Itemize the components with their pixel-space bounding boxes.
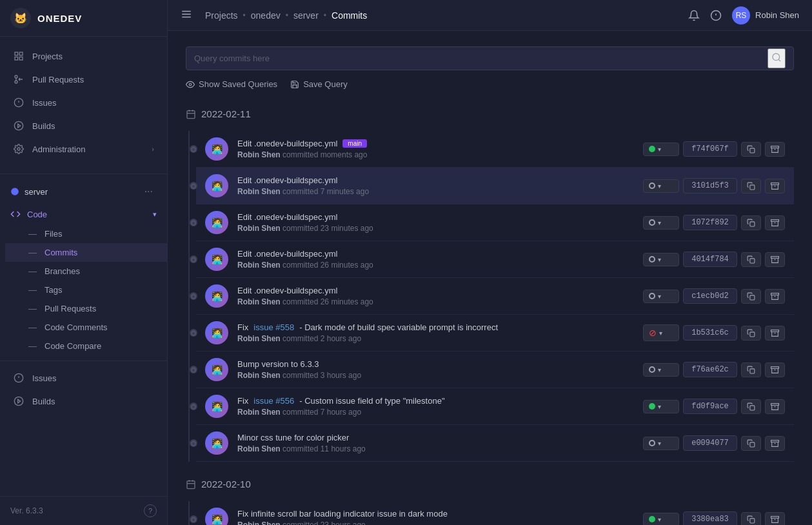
commit-status-button-8[interactable]: ▾ [643, 400, 679, 413]
commit-status-button-2[interactable]: ▾ [643, 179, 679, 193]
commit-status-button-10[interactable]: ▾ [643, 513, 679, 526]
commit-title-text-7[interactable]: Bump version to 6.3.3 [237, 359, 319, 369]
svg-rect-63 [771, 516, 779, 518]
sidebar-item-codecomments[interactable]: — Code Comments [5, 318, 167, 337]
commit-copy-button-10[interactable] [741, 512, 761, 526]
commit-timeline-dot [191, 147, 196, 152]
commit-title-text-10[interactable]: Fix infinite scroll bar loading indicato… [237, 509, 448, 519]
save-query-button[interactable]: Save Query [290, 79, 348, 89]
sidebar-item-tags[interactable]: — Tags [5, 281, 167, 299]
breadcrumb-server[interactable]: server [293, 10, 319, 21]
commit-timeline-dot [191, 404, 196, 410]
breadcrumb-onedev[interactable]: onedev [251, 10, 281, 21]
help-icon[interactable]: ? [144, 504, 157, 517]
commit-archive-button-10[interactable] [765, 512, 785, 526]
svg-rect-55 [750, 442, 755, 446]
commit-actions-1: ▾ f74f067f [643, 141, 785, 157]
commit-title-text-2[interactable]: Edit .onedev-buildspec.yml [237, 175, 337, 185]
commit-avatar-6: 🧑‍💻 [205, 321, 228, 344]
commit-status-button-1[interactable]: ▾ [643, 143, 679, 156]
commit-status-button-3[interactable]: ▾ [643, 216, 679, 230]
commit-copy-button-9[interactable] [741, 436, 761, 451]
commit-title-5: Edit .onedev-buildspec.yml [237, 286, 634, 295]
svg-rect-53 [771, 403, 779, 405]
commit-timeline-dot [191, 517, 196, 522]
user-menu[interactable]: RS Robin Shen [732, 6, 799, 25]
sidebar-item-pullrequests-code[interactable]: — Pull Requests [5, 299, 167, 318]
sidebar-item-issues[interactable]: Issues [0, 91, 167, 114]
search-input[interactable] [194, 47, 767, 70]
sidebar-collapse-button[interactable] [181, 8, 192, 23]
commit-archive-button-6[interactable] [765, 326, 785, 341]
commit-time-2: committed 7 minutes ago [282, 187, 369, 196]
commit-copy-button-5[interactable] [741, 289, 761, 304]
commit-archive-button-5[interactable] [765, 289, 785, 304]
sidebar-item-projects[interactable]: Projects [0, 45, 167, 68]
commit-actions-3: ▾ 1072f892 [643, 215, 785, 230]
alerts-button[interactable] [710, 10, 722, 21]
sidebar-item-codecompare[interactable]: — Code Compare [5, 337, 167, 355]
commit-copy-button-3[interactable] [741, 215, 761, 230]
sidebar-header: 🐱 ONEDEV [0, 0, 167, 37]
commit-status-button-5[interactable]: ▾ [643, 290, 679, 303]
commit-issue-link-8[interactable]: issue #556 [253, 396, 294, 406]
commit-title-text-4[interactable]: Edit .onedev-buildspec.yml [237, 249, 337, 259]
commit-archive-button-1[interactable] [765, 142, 785, 157]
commit-title-text-5[interactable]: Edit .onedev-buildspec.yml [237, 286, 337, 295]
commit-title-text-9[interactable]: Minor css tune for color picker [237, 433, 349, 442]
commit-status-button-7[interactable]: ▾ [643, 363, 679, 377]
sidebar-item-commits[interactable]: — Commits [5, 243, 167, 262]
sidebar-item-builds[interactable]: Builds [0, 114, 167, 137]
commit-title-text-1[interactable]: Edit .onedev-buildspec.yml [237, 139, 337, 148]
sidebar-item-files[interactable]: — Files [5, 224, 167, 243]
commit-status-button-4[interactable]: ▾ [643, 253, 679, 266]
search-button[interactable] [767, 48, 786, 68]
commits-list-2: 🧑‍💻 Fix infinite scroll bar loading indi… [186, 501, 794, 525]
commit-title-text-3[interactable]: Edit .onedev-buildspec.yml [237, 212, 337, 222]
show-saved-queries-button[interactable]: Show Saved Queries [186, 79, 277, 89]
sidebar-item-pullrequests[interactable]: Pull Requests [0, 68, 167, 91]
commit-status-button-6[interactable]: ⊘ ▾ [643, 324, 679, 341]
commit-copy-button-8[interactable] [741, 399, 761, 414]
breadcrumb-projects[interactable]: Projects [205, 10, 238, 21]
commit-avatar-10: 🧑‍💻 [205, 508, 228, 525]
commit-copy-button-4[interactable] [741, 252, 761, 267]
user-avatar: RS [732, 6, 750, 25]
app-title: ONEDEV [37, 13, 82, 24]
sidebar-item-issues-label: Issues [32, 98, 57, 108]
commit-meta-10: Robin Shen committed 23 hours ago [237, 520, 634, 525]
commit-copy-button-1[interactable] [741, 142, 761, 157]
commit-archive-button-3[interactable] [765, 215, 785, 230]
sidebar-more-button[interactable]: ··· [141, 184, 157, 199]
sidebar-item-code[interactable]: Code ▾ [0, 204, 167, 224]
commit-item-8: 🧑‍💻 Fix issue #556 - Custom issue field … [196, 388, 794, 425]
commit-copy-button-7[interactable] [741, 362, 761, 377]
calendar-icon-2 [186, 479, 196, 490]
sidebar-item-administration[interactable]: Administration › [0, 137, 167, 161]
commit-title-prefix-6: Fix [237, 322, 248, 332]
commit-archive-button-2[interactable] [765, 179, 785, 193]
commit-author-7: Robin Shen [237, 371, 281, 380]
commit-copy-button-6[interactable] [741, 326, 761, 341]
sidebar-item-issues-bottom[interactable]: Issues [0, 366, 167, 390]
commit-author-1: Robin Shen [237, 150, 281, 159]
commit-copy-button-2[interactable] [741, 179, 761, 193]
commit-time-4: committed 26 minutes ago [282, 261, 373, 270]
sidebar-item-branches[interactable]: — Branches [5, 262, 167, 281]
commit-row: 🧑‍💻 Edit .onedev-buildspec.yml Robin She… [196, 204, 794, 241]
commit-archive-button-4[interactable] [765, 252, 785, 267]
sidebar-item-builds-bottom[interactable]: Builds [0, 390, 167, 413]
commit-author-5: Robin Shen [237, 297, 281, 306]
show-saved-queries-label: Show Saved Queries [199, 79, 277, 89]
search-bar [186, 46, 794, 70]
commit-status-button-9[interactable]: ▾ [643, 437, 679, 450]
commit-issue-link-6[interactable]: issue #558 [253, 322, 294, 332]
commit-archive-button-7[interactable] [765, 362, 785, 377]
commit-row: 🧑‍💻 Fix infinite scroll bar loading indi… [196, 501, 794, 525]
commit-archive-button-8[interactable] [765, 399, 785, 414]
svg-rect-58 [187, 480, 195, 488]
sidebar-pullrequests-label: Pull Requests [45, 304, 96, 313]
commit-archive-button-9[interactable] [765, 436, 785, 451]
notifications-button[interactable] [688, 10, 700, 21]
commit-avatar-2: 🧑‍💻 [205, 174, 228, 197]
